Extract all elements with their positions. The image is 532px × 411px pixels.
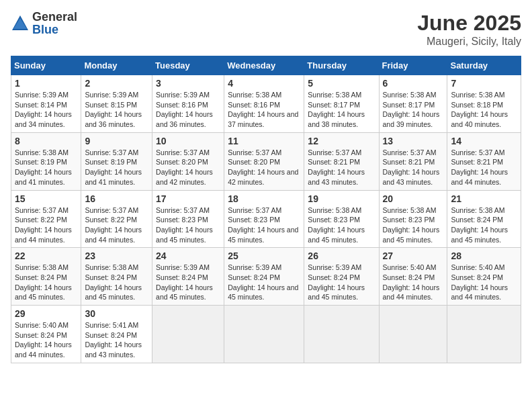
day-info: Sunrise: 5:38 AMSunset: 8:24 PMDaylight:… — [85, 263, 148, 302]
day-number: 9 — [85, 136, 148, 146]
day-info: Sunrise: 5:37 AMSunset: 8:21 PMDaylight:… — [451, 148, 517, 187]
calendar-cell: 23Sunrise: 5:38 AMSunset: 8:24 PMDayligh… — [81, 248, 152, 306]
day-info: Sunrise: 5:40 AMSunset: 8:24 PMDaylight:… — [15, 320, 77, 360]
logo-blue-text: Blue — [32, 23, 58, 36]
day-info: Sunrise: 5:38 AMSunset: 8:23 PMDaylight:… — [383, 205, 444, 245]
calendar-week-row: 8Sunrise: 5:38 AMSunset: 8:19 PMDaylight… — [11, 132, 521, 190]
calendar-cell: 6Sunrise: 5:38 AMSunset: 8:17 PMDaylight… — [379, 75, 447, 133]
calendar-cell: 29Sunrise: 5:40 AMSunset: 8:24 PMDayligh… — [11, 306, 81, 363]
day-info: Sunrise: 5:37 AMSunset: 8:22 PMDaylight:… — [15, 205, 77, 245]
calendar-cell: 7Sunrise: 5:38 AMSunset: 8:18 PMDaylight… — [447, 75, 521, 133]
calendar-cell: 10Sunrise: 5:37 AMSunset: 8:20 PMDayligh… — [152, 132, 224, 190]
weekday-header-saturday: Saturday — [447, 56, 521, 75]
calendar-cell: 26Sunrise: 5:39 AMSunset: 8:24 PMDayligh… — [304, 248, 379, 306]
logo: General Blue — [11, 11, 77, 36]
day-info: Sunrise: 5:39 AMSunset: 8:15 PMDaylight:… — [85, 90, 148, 130]
calendar-cell — [447, 306, 521, 363]
weekday-header-wednesday: Wednesday — [224, 56, 304, 75]
calendar-cell: 27Sunrise: 5:40 AMSunset: 8:24 PMDayligh… — [379, 248, 447, 306]
title-area: June 2025 Maugeri, Sicily, Italy — [417, 11, 521, 48]
day-info: Sunrise: 5:39 AMSunset: 8:24 PMDaylight:… — [228, 263, 300, 302]
day-info: Sunrise: 5:38 AMSunset: 8:23 PMDaylight:… — [308, 205, 375, 245]
day-number: 20 — [383, 193, 444, 204]
day-info: Sunrise: 5:39 AMSunset: 8:14 PMDaylight:… — [15, 90, 77, 130]
day-number: 13 — [383, 136, 444, 146]
calendar-cell: 9Sunrise: 5:37 AMSunset: 8:19 PMDaylight… — [81, 132, 152, 190]
calendar-cell — [379, 306, 447, 363]
weekday-header-tuesday: Tuesday — [152, 56, 224, 75]
calendar-cell: 25Sunrise: 5:39 AMSunset: 8:24 PMDayligh… — [224, 248, 304, 306]
day-number: 22 — [15, 250, 77, 261]
calendar-cell: 22Sunrise: 5:38 AMSunset: 8:24 PMDayligh… — [11, 248, 81, 306]
calendar-cell: 12Sunrise: 5:37 AMSunset: 8:21 PMDayligh… — [304, 132, 379, 190]
day-info: Sunrise: 5:38 AMSunset: 8:16 PMDaylight:… — [228, 90, 300, 130]
day-info: Sunrise: 5:41 AMSunset: 8:24 PMDaylight:… — [85, 320, 148, 360]
day-info: Sunrise: 5:39 AMSunset: 8:24 PMDaylight:… — [308, 263, 375, 302]
day-number: 25 — [228, 250, 300, 261]
day-number: 7 — [451, 78, 517, 89]
day-number: 30 — [85, 308, 148, 319]
day-number: 8 — [15, 136, 77, 146]
calendar-title: June 2025 — [417, 11, 521, 36]
calendar-week-row: 1Sunrise: 5:39 AMSunset: 8:14 PMDaylight… — [11, 75, 521, 133]
day-number: 6 — [383, 78, 444, 89]
calendar-cell: 11Sunrise: 5:37 AMSunset: 8:20 PMDayligh… — [224, 132, 304, 190]
calendar-cell — [152, 306, 224, 363]
day-number: 11 — [228, 136, 300, 146]
day-number: 3 — [156, 78, 220, 89]
day-number: 5 — [308, 78, 375, 89]
logo-icon — [11, 14, 30, 33]
day-info: Sunrise: 5:37 AMSunset: 8:22 PMDaylight:… — [85, 205, 148, 245]
day-info: Sunrise: 5:38 AMSunset: 8:17 PMDaylight:… — [383, 90, 444, 130]
day-number: 29 — [15, 308, 77, 319]
day-number: 18 — [228, 193, 300, 204]
day-number: 16 — [85, 193, 148, 204]
day-info: Sunrise: 5:38 AMSunset: 8:24 PMDaylight:… — [15, 263, 77, 302]
day-info: Sunrise: 5:38 AMSunset: 8:19 PMDaylight:… — [15, 148, 77, 187]
calendar-cell: 3Sunrise: 5:39 AMSunset: 8:16 PMDaylight… — [152, 75, 224, 133]
day-number: 27 — [383, 250, 444, 261]
day-info: Sunrise: 5:37 AMSunset: 8:19 PMDaylight:… — [85, 148, 148, 187]
calendar-cell: 5Sunrise: 5:38 AMSunset: 8:17 PMDaylight… — [304, 75, 379, 133]
calendar-cell: 21Sunrise: 5:38 AMSunset: 8:24 PMDayligh… — [447, 190, 521, 248]
day-number: 24 — [156, 250, 220, 261]
calendar-cell — [224, 306, 304, 363]
calendar-cell: 1Sunrise: 5:39 AMSunset: 8:14 PMDaylight… — [11, 75, 81, 133]
day-number: 15 — [15, 193, 77, 204]
day-number: 10 — [156, 136, 220, 146]
calendar-cell: 13Sunrise: 5:37 AMSunset: 8:21 PMDayligh… — [379, 132, 447, 190]
day-number: 17 — [156, 193, 220, 204]
day-number: 28 — [451, 250, 517, 261]
day-number: 21 — [451, 193, 517, 204]
day-number: 26 — [308, 250, 375, 261]
weekday-header-sunday: Sunday — [11, 56, 81, 75]
weekday-header-row: SundayMondayTuesdayWednesdayThursdayFrid… — [11, 56, 521, 75]
calendar-week-row: 15Sunrise: 5:37 AMSunset: 8:22 PMDayligh… — [11, 190, 521, 248]
day-info: Sunrise: 5:39 AMSunset: 8:16 PMDaylight:… — [156, 90, 220, 130]
calendar-cell: 18Sunrise: 5:37 AMSunset: 8:23 PMDayligh… — [224, 190, 304, 248]
day-info: Sunrise: 5:40 AMSunset: 8:24 PMDaylight:… — [383, 263, 444, 302]
svg-marker-1 — [13, 18, 27, 29]
calendar-cell: 4Sunrise: 5:38 AMSunset: 8:16 PMDaylight… — [224, 75, 304, 133]
calendar-cell: 2Sunrise: 5:39 AMSunset: 8:15 PMDaylight… — [81, 75, 152, 133]
day-info: Sunrise: 5:38 AMSunset: 8:18 PMDaylight:… — [451, 90, 517, 130]
calendar-cell: 14Sunrise: 5:37 AMSunset: 8:21 PMDayligh… — [447, 132, 521, 190]
calendar-cell: 28Sunrise: 5:40 AMSunset: 8:24 PMDayligh… — [447, 248, 521, 306]
day-info: Sunrise: 5:37 AMSunset: 8:20 PMDaylight:… — [228, 148, 300, 187]
day-info: Sunrise: 5:39 AMSunset: 8:24 PMDaylight:… — [156, 263, 220, 302]
day-info: Sunrise: 5:40 AMSunset: 8:24 PMDaylight:… — [451, 263, 517, 302]
calendar-cell: 24Sunrise: 5:39 AMSunset: 8:24 PMDayligh… — [152, 248, 224, 306]
day-number: 23 — [85, 250, 148, 261]
day-number: 14 — [451, 136, 517, 146]
logo-general-text: General — [32, 10, 77, 24]
calendar-cell: 16Sunrise: 5:37 AMSunset: 8:22 PMDayligh… — [81, 190, 152, 248]
weekday-header-friday: Friday — [379, 56, 447, 75]
calendar-cell: 30Sunrise: 5:41 AMSunset: 8:24 PMDayligh… — [81, 306, 152, 363]
calendar-week-row: 29Sunrise: 5:40 AMSunset: 8:24 PMDayligh… — [11, 306, 521, 363]
calendar-table: SundayMondayTuesdayWednesdayThursdayFrid… — [11, 56, 521, 363]
day-info: Sunrise: 5:37 AMSunset: 8:20 PMDaylight:… — [156, 148, 220, 187]
day-info: Sunrise: 5:38 AMSunset: 8:17 PMDaylight:… — [308, 90, 375, 130]
day-number: 12 — [308, 136, 375, 146]
header: General Blue June 2025 Maugeri, Sicily, … — [11, 11, 521, 48]
calendar-cell: 15Sunrise: 5:37 AMSunset: 8:22 PMDayligh… — [11, 190, 81, 248]
